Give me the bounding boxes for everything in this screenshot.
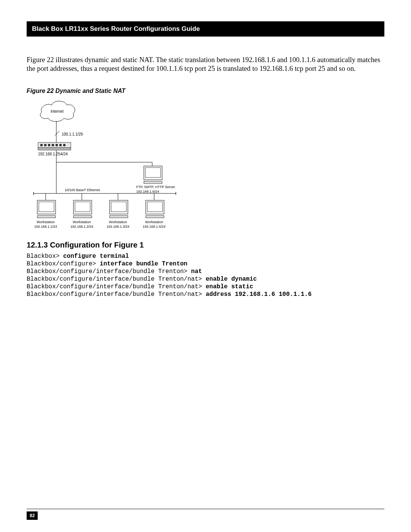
- cloud-label: Internet: [51, 109, 64, 113]
- router-icon: [38, 142, 71, 150]
- svg-rect-7: [52, 144, 54, 146]
- ws2-ip: 192.168.1.2/24: [70, 225, 93, 228]
- terminal-prompt: Blackbox>: [27, 253, 63, 260]
- cloud-icon: Internet: [40, 101, 75, 122]
- wan-ip-label: 100.1.1.1/29: [62, 132, 83, 136]
- lan-ip-label: 192.168.1.254/24: [38, 152, 68, 156]
- svg-rect-35: [147, 202, 162, 212]
- terminal-line: Blackbox/configure/interface/bundle Tren…: [27, 268, 384, 275]
- svg-rect-32: [111, 202, 126, 212]
- terminal-prompt: Blackbox/configure>: [27, 260, 100, 267]
- terminal-line: Blackbox/configure> interface bundle Tre…: [27, 260, 384, 268]
- ws4-name: Workstation: [145, 220, 163, 224]
- terminal-command: interface bundle Trenton: [100, 260, 187, 267]
- terminal-command: enable static: [206, 283, 253, 290]
- svg-rect-3: [38, 148, 71, 150]
- svg-rect-36: [146, 216, 164, 218]
- workstation-icon: [37, 200, 56, 218]
- svg-rect-9: [59, 144, 62, 146]
- svg-rect-15: [145, 168, 161, 177]
- page: Black Box LR11xx Series Router Configura…: [0, 0, 411, 532]
- ws4-ip: 192.168.1.5/24: [143, 225, 166, 228]
- server-label-1: FTP, SMTP, HTTP Server: [136, 185, 175, 189]
- footer-rule: [27, 509, 384, 509]
- ws3-name: Workstation: [109, 220, 127, 224]
- ws3-ip: 192.168.1.3/24: [107, 225, 129, 228]
- svg-rect-27: [37, 216, 56, 218]
- svg-rect-30: [73, 216, 92, 218]
- svg-rect-4: [40, 144, 43, 146]
- ws1-ip: 192.168.1.1/24: [34, 225, 57, 228]
- terminal-line: Blackbox> configure terminal: [27, 252, 384, 260]
- terminal-block: Blackbox> configure terminal Blackbox/co…: [27, 252, 384, 298]
- svg-rect-29: [75, 202, 90, 212]
- terminal-prompt: Blackbox/configure/interface/bundle Tren…: [27, 276, 206, 283]
- header-title: Black Box LR11xx Series Router Configura…: [32, 25, 200, 32]
- intro-paragraph: Figure 22 illustrates dynamic and static…: [27, 56, 384, 73]
- header-bar: Black Box LR11xx Series Router Configura…: [27, 21, 384, 37]
- svg-rect-5: [44, 144, 46, 146]
- workstation-icon: [73, 200, 92, 218]
- ws1-name: Workstation: [37, 220, 54, 224]
- terminal-command: nat: [191, 268, 202, 275]
- svg-rect-10: [63, 144, 65, 146]
- figure-caption: Figure 22 Dynamic and Static NAT: [27, 88, 384, 94]
- svg-rect-6: [48, 144, 50, 146]
- server-label-2: 192.168.1.6/24: [136, 190, 159, 193]
- section-heading: 12.1.3 Configuration for Figure 1: [27, 241, 384, 249]
- terminal-prompt: Blackbox/configure/interface/bundle Tren…: [27, 291, 206, 298]
- terminal-line: Blackbox/configure/interface/bundle Tren…: [27, 275, 384, 283]
- workstation-icon: [146, 200, 164, 218]
- lan-segment-label: 10/100 BaseT Ethernet: [65, 188, 100, 192]
- svg-rect-33: [110, 216, 128, 218]
- terminal-prompt: Blackbox/configure/interface/bundle Tren…: [27, 283, 206, 290]
- workstation-icon: [110, 200, 128, 218]
- terminal-line: Blackbox/configure/interface/bundle Tren…: [27, 291, 384, 298]
- svg-rect-26: [39, 202, 54, 212]
- terminal-line: Blackbox/configure/interface/bundle Tren…: [27, 283, 384, 291]
- server-icon: [144, 166, 162, 184]
- svg-rect-17: [144, 181, 162, 184]
- svg-line-1: [55, 131, 59, 136]
- figure-diagram: Internet 100.1.1.1/29 192.168.1.254/24: [27, 97, 384, 238]
- terminal-command: enable dynamic: [206, 276, 256, 283]
- page-number: 82: [27, 511, 38, 520]
- svg-rect-2: [38, 142, 71, 148]
- ws2-name: Workstation: [73, 220, 91, 224]
- terminal-command: configure terminal: [63, 253, 129, 260]
- svg-rect-8: [56, 144, 58, 146]
- terminal-command: address 192.168.1.6 100.1.1.6: [206, 291, 311, 298]
- terminal-prompt: Blackbox/configure/interface/bundle Tren…: [27, 268, 191, 275]
